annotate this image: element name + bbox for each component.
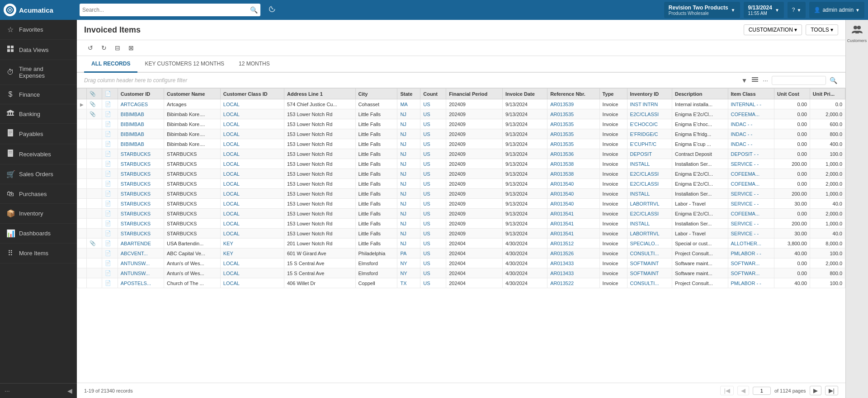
item-class-cell[interactable]: SERVICE - -: [728, 189, 774, 199]
inventory-id-cell[interactable]: SOFTMAINT: [627, 268, 672, 278]
sidebar-item-purchases[interactable]: 🛍 Purchases: [0, 184, 77, 204]
ref-nbr-cell[interactable]: AR013541: [547, 219, 599, 229]
country-cell[interactable]: US: [420, 209, 446, 219]
item-class-cell[interactable]: COFEEMA...: [728, 109, 774, 119]
inventory-id-cell[interactable]: LABORTRVL: [627, 199, 672, 209]
user-button[interactable]: 👤 admin admin ▼: [809, 2, 864, 18]
col-description[interactable]: Description: [672, 89, 728, 99]
item-class-cell[interactable]: INTERNAL - -: [728, 99, 774, 109]
item-class-cell[interactable]: COFEEMA...: [728, 179, 774, 189]
country-cell[interactable]: US: [420, 258, 446, 268]
ref-nbr-cell[interactable]: AR013535: [547, 129, 599, 139]
tab-key-customers[interactable]: KEY CUSTOMERS 12 MONTHS: [137, 56, 231, 73]
expand-icon[interactable]: ▶: [80, 102, 84, 107]
sidebar-item-inventory[interactable]: 📦 Inventory: [0, 204, 77, 224]
sidebar-toggle-button[interactable]: ◀: [67, 387, 72, 394]
customer-id-cell[interactable]: ABCVENT...: [118, 248, 164, 258]
class-id-cell[interactable]: KEY: [220, 248, 284, 258]
item-class-cell[interactable]: SERVICE - -: [728, 199, 774, 209]
help-button[interactable]: ? ▼: [788, 2, 806, 18]
ref-nbr-cell[interactable]: AR013536: [547, 149, 599, 159]
expand-cell[interactable]: [77, 139, 87, 149]
ref-nbr-cell[interactable]: AR013540: [547, 189, 599, 199]
col-unit-cost[interactable]: Unit Cost: [774, 89, 810, 99]
ref-nbr-cell[interactable]: AR013535: [547, 119, 599, 129]
state-cell[interactable]: NJ: [397, 149, 420, 159]
country-cell[interactable]: US: [420, 189, 446, 199]
ref-nbr-cell[interactable]: AR013526: [547, 248, 599, 258]
col-item-class[interactable]: Item Class: [728, 89, 774, 99]
app-logo[interactable]: Acumatica: [4, 4, 76, 16]
right-panel-customers[interactable]: Customers: [844, 20, 868, 48]
customer-id-cell[interactable]: STARBUCKS: [118, 219, 164, 229]
state-cell[interactable]: NJ: [397, 199, 420, 209]
sidebar-item-payables[interactable]: Payables: [0, 124, 77, 144]
country-cell[interactable]: US: [420, 169, 446, 179]
col-address[interactable]: Address Line 1: [284, 89, 355, 99]
class-id-cell[interactable]: LOCAL: [220, 219, 284, 229]
search-input[interactable]: [82, 7, 250, 13]
state-cell[interactable]: NJ: [397, 219, 420, 229]
class-id-cell[interactable]: LOCAL: [220, 169, 284, 179]
item-class-cell[interactable]: PMLABOR - -: [728, 278, 774, 288]
class-id-cell[interactable]: LOCAL: [220, 99, 284, 109]
country-cell[interactable]: US: [420, 199, 446, 209]
state-cell[interactable]: NJ: [397, 129, 420, 139]
expand-cell[interactable]: [77, 119, 87, 129]
inventory-id-cell[interactable]: LABORTRVL: [627, 229, 672, 239]
inventory-id-cell[interactable]: SPECIALO...: [627, 239, 672, 248]
state-cell[interactable]: NJ: [397, 239, 420, 248]
item-class-cell[interactable]: COFEEMA...: [728, 169, 774, 179]
country-cell[interactable]: US: [420, 99, 446, 109]
filter-button[interactable]: ▼: [740, 76, 748, 85]
expand-cell[interactable]: [77, 149, 87, 159]
customization-button[interactable]: CUSTOMIZATION ▾: [744, 24, 802, 35]
expand-cell[interactable]: [77, 278, 87, 288]
customer-id-cell[interactable]: ARTCAGES: [118, 99, 164, 109]
col-city[interactable]: City: [355, 89, 397, 99]
class-id-cell[interactable]: LOCAL: [220, 139, 284, 149]
col-customer-id[interactable]: Customer ID: [118, 89, 164, 99]
expand-cell[interactable]: [77, 129, 87, 139]
ref-nbr-cell[interactable]: AR013433: [547, 258, 599, 268]
col-customer-name[interactable]: Customer Name: [164, 89, 221, 99]
datetime-selector[interactable]: 9/13/2024 11:55 AM ▼: [744, 2, 784, 18]
inventory-id-cell[interactable]: INST INTRN: [627, 99, 672, 109]
item-class-cell[interactable]: ALLOTHER...: [728, 239, 774, 248]
tab-12-months[interactable]: 12 MONTHS: [231, 56, 277, 73]
col-count[interactable]: Count: [420, 89, 446, 99]
inventory-id-cell[interactable]: SOFTMAINT: [627, 258, 672, 268]
state-cell[interactable]: NY: [397, 268, 420, 278]
class-id-cell[interactable]: LOCAL: [220, 129, 284, 139]
inventory-id-cell[interactable]: E2C/CLASSI: [627, 209, 672, 219]
ref-nbr-cell[interactable]: AR013433: [547, 268, 599, 278]
more-options-button[interactable]: ···: [762, 76, 769, 85]
expand-cell[interactable]: [77, 219, 87, 229]
inventory-id-cell[interactable]: INSTALL: [627, 189, 672, 199]
state-cell[interactable]: NJ: [397, 189, 420, 199]
state-cell[interactable]: NJ: [397, 159, 420, 169]
item-class-cell[interactable]: SERVICE - -: [728, 219, 774, 229]
country-cell[interactable]: US: [420, 159, 446, 169]
customer-id-cell[interactable]: STARBUCKS: [118, 159, 164, 169]
state-cell[interactable]: TX: [397, 278, 420, 288]
next-page-button[interactable]: ▶: [810, 386, 821, 395]
expand-cell[interactable]: [77, 239, 87, 248]
customer-id-cell[interactable]: ABARTENDE: [118, 239, 164, 248]
expand-cell[interactable]: [77, 199, 87, 209]
search-bar[interactable]: 🔍: [80, 4, 260, 16]
sidebar-item-time-expenses[interactable]: ⏱ Time and Expenses: [0, 60, 77, 85]
item-class-cell[interactable]: DEPOSIT - -: [728, 149, 774, 159]
class-id-cell[interactable]: LOCAL: [220, 258, 284, 268]
state-cell[interactable]: NJ: [397, 139, 420, 149]
state-cell[interactable]: MA: [397, 99, 420, 109]
customer-id-cell[interactable]: STARBUCKS: [118, 179, 164, 189]
country-cell[interactable]: US: [420, 219, 446, 229]
tab-all-records[interactable]: ALL RECORDS: [84, 56, 137, 73]
ref-nbr-cell[interactable]: AR013522: [547, 278, 599, 288]
fit-columns-button[interactable]: ⊟: [111, 42, 124, 54]
expand-cell[interactable]: [77, 169, 87, 179]
col-class-id[interactable]: Customer Class ID: [220, 89, 284, 99]
state-cell[interactable]: NJ: [397, 209, 420, 219]
col-ref-nbr[interactable]: Reference Nbr.: [547, 89, 599, 99]
